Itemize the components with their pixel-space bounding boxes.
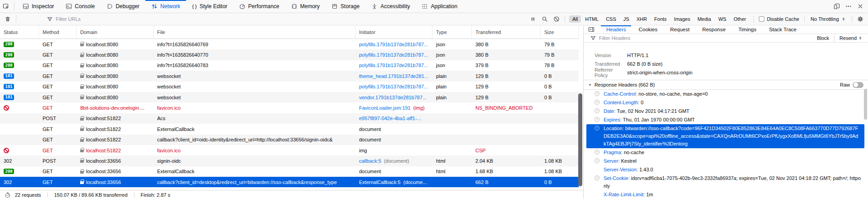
help-icon[interactable]: ?	[595, 100, 599, 105]
type-filter-media[interactable]: Media	[694, 15, 714, 23]
type-filter-css[interactable]: CSS	[603, 15, 619, 23]
performance-analysis-icon[interactable]	[5, 192, 11, 198]
header-value: idsrv=adf6cba1-7075-402b-9ec3-2332fa8693…	[604, 175, 861, 189]
table-row[interactable]: GET8bit-solutions-dev.onelogin....favico…	[0, 102, 579, 113]
search-button[interactable]	[539, 13, 551, 25]
response-header-row[interactable]: ?Pragma: no-cache	[584, 148, 868, 157]
tab-style-editor[interactable]: { }Style Editor	[186, 0, 233, 13]
tab-console[interactable]: Console	[60, 0, 101, 13]
response-header-row[interactable]: Server-Version: 1.43.0	[584, 165, 868, 174]
initiator-link[interactable]: polyfills.1791b137de281b787...	[359, 52, 428, 58]
initiator-link[interactable]: FaviconLoader.jsm:191	[359, 105, 411, 111]
table-row[interactable]: 200GETlocalhost:8080info?t=1635826640769…	[0, 39, 579, 49]
initiator-link[interactable]: polyfills.1791b137de281b787...	[359, 84, 428, 89]
filter-urls-input[interactable]: Filter URLs	[19, 13, 527, 25]
table-row[interactable]: 302POSTlocalhost:33656signin-oidccallbac…	[0, 155, 579, 166]
table-row[interactable]: GETlocalhost:51822callback?client_id=oid…	[0, 135, 579, 145]
devtools-menu-button[interactable]	[843, 0, 854, 13]
initiator-link[interactable]: ExternalCallback:5	[359, 180, 401, 185]
response-header-row[interactable]: ?Location: bitwarden://sso-callback?code…	[586, 124, 864, 148]
column-header-transferred[interactable]: Transferred	[472, 25, 541, 39]
pause-recording-button[interactable]	[527, 13, 539, 25]
block-button[interactable]: Block	[814, 35, 832, 41]
tab-application[interactable]: Application	[416, 0, 463, 13]
column-header-domain[interactable]: Domain	[77, 25, 153, 39]
disable-cache-checkbox[interactable]: Disable Cache	[756, 13, 802, 25]
tab-memory[interactable]: Memory	[285, 0, 326, 13]
tab-storage[interactable]: Storage	[326, 0, 365, 13]
response-header-row[interactable]: ?Expires: Thu, 01 Jan 1970 00:00:00 GMT	[584, 116, 868, 124]
domain-cell: localhost:8080	[77, 39, 153, 49]
tab-performance[interactable]: Performance	[233, 0, 285, 13]
table-row[interactable]: GETlocalhost:51822favicon.icoimgCSP	[0, 145, 579, 155]
initiator-link[interactable]: callback:5	[359, 158, 381, 164]
column-header-type[interactable]: Type	[432, 25, 472, 39]
help-icon[interactable]: ?	[595, 175, 599, 180]
type-filter-xhr[interactable]: XHR	[633, 15, 650, 23]
type-filter-images[interactable]: Images	[671, 15, 693, 23]
resend-button[interactable]: Resend	[837, 35, 865, 41]
response-header-row[interactable]: ?Date: Tue, 02 Nov 2021 04:17:21 GMT	[584, 107, 868, 116]
response-header-row[interactable]: X-Rate-Limit-Limit: 1m	[584, 190, 868, 199]
table-row[interactable]: GETlocalhost:51822ExternalCallbackdocume…	[0, 124, 579, 134]
response-header-row[interactable]: ?Content-Length: 0	[584, 98, 868, 107]
table-row[interactable]: 302GETlocalhost:33656callback?client_id=…	[0, 177, 579, 187]
help-icon[interactable]: ?	[595, 158, 599, 163]
details-tab-headers[interactable]: Headers	[600, 25, 632, 34]
details-tab-cookies[interactable]: Cookies	[632, 25, 664, 34]
help-icon[interactable]: ?	[595, 150, 599, 155]
raw-toggle[interactable]	[853, 82, 863, 88]
table-row[interactable]: 200GETlocalhost:33656ExternalCallbackdoc…	[0, 166, 579, 177]
initiator-link[interactable]: polyfills.1791b137de281b787...	[359, 42, 428, 47]
column-header-initiator[interactable]: Initiator	[355, 25, 432, 39]
details-tab-stack-trace[interactable]: Stack Trace	[763, 25, 803, 34]
column-header-size[interactable]: Size	[541, 25, 579, 39]
initiator-link[interactable]: e957f897-042e-4ba1-aff1-...	[359, 116, 421, 121]
request-blocking-button[interactable]	[551, 13, 562, 25]
type-filter-fonts[interactable]: Fonts	[651, 15, 670, 23]
response-header-row[interactable]: ?Set-Cookie: idsrv=adf6cba1-7075-402b-9e…	[584, 174, 868, 190]
details-tab-request[interactable]: Request	[664, 25, 696, 34]
pick-element-button[interactable]	[0, 0, 12, 13]
column-header-status[interactable]: Status	[0, 25, 39, 39]
help-icon[interactable]: ?	[595, 91, 599, 96]
table-row[interactable]: POSTlocalhost:51822Acse957f897-042e-4ba1…	[0, 113, 579, 124]
tab-network[interactable]: Network	[145, 0, 186, 13]
details-scrollbar-thumb[interactable]	[864, 89, 867, 120]
table-row[interactable]: 101GETlocalhost:8080websockettheme_head.…	[0, 71, 579, 81]
table-row[interactable]: 101GETlocalhost:8080websocketvendor.1791…	[0, 92, 579, 102]
help-icon[interactable]: ?	[595, 126, 599, 131]
response-headers-section-header[interactable]: ▼ Response Headers (662 B) Raw	[584, 80, 868, 90]
initiator-link[interactable]: polyfills.1791b137de281b787...	[359, 63, 428, 68]
type-filter-ws[interactable]: WS	[715, 15, 729, 23]
clear-requests-button[interactable]	[2, 13, 14, 25]
type-filter-all[interactable]: All	[569, 15, 581, 23]
help-icon[interactable]: ?	[595, 108, 599, 113]
filter-headers-input[interactable]: Filter Headers	[599, 35, 630, 41]
tab-inspector[interactable]: Inspector	[17, 0, 60, 13]
table-row[interactable]: 200GETlocalhost:8080info?t=1635826640783…	[0, 60, 579, 71]
table-row[interactable]: 101GETlocalhost:8080websocketpolyfills.1…	[0, 82, 579, 92]
details-tab-response[interactable]: Response	[696, 25, 732, 34]
table-scrollbar-thumb[interactable]	[578, 93, 582, 186]
column-header-method[interactable]: Method	[39, 25, 77, 39]
type-filter-other[interactable]: Other	[730, 15, 749, 23]
close-devtools-button[interactable]	[854, 0, 866, 13]
tab-accessibility[interactable]: Accessibility	[365, 0, 416, 13]
responsive-design-mode-button[interactable]	[831, 0, 843, 13]
type-filter-html[interactable]: HTML	[582, 15, 602, 23]
collapse-details-button[interactable]	[586, 25, 596, 34]
details-tab-timings[interactable]: Timings	[732, 25, 763, 34]
throttling-select[interactable]: No Throttling	[807, 13, 849, 25]
column-header-file[interactable]: File	[153, 25, 355, 39]
initiator-link[interactable]: theme_head.1791b137de281...	[359, 73, 428, 79]
response-header-row[interactable]: ?Cache-Control: no-store, no-cache, max-…	[584, 90, 868, 98]
details-tabs: HeadersCookiesRequestResponseTimingsStac…	[600, 25, 803, 34]
tab-debugger[interactable]: Debugger	[101, 0, 145, 13]
type-filter-js[interactable]: JS	[620, 15, 633, 23]
help-icon[interactable]: ?	[595, 117, 599, 122]
table-row[interactable]: 200GETlocalhost:8080info?t=1635826640770…	[0, 49, 579, 60]
network-settings-button[interactable]	[854, 13, 866, 25]
initiator-link[interactable]: vendor.1791b137de281b787...	[359, 95, 427, 100]
response-header-row[interactable]: ?Server: Kestrel	[584, 157, 868, 165]
